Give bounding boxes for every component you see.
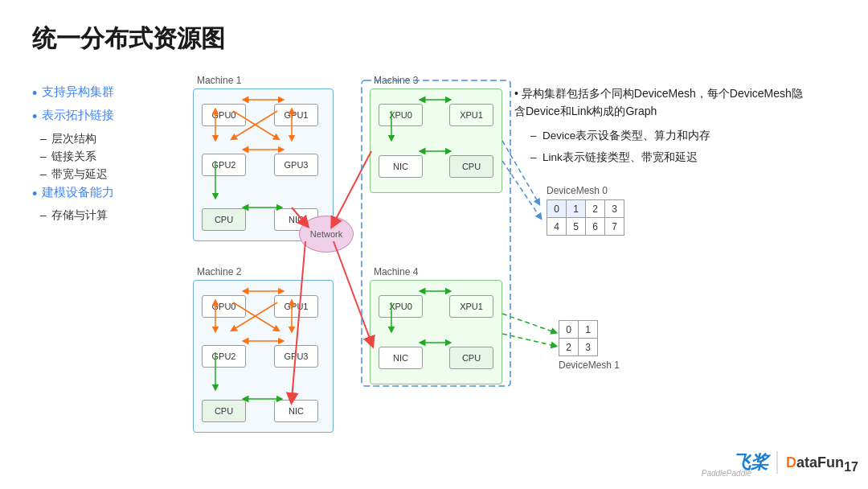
- cpu-m1: CPU: [202, 208, 246, 231]
- mesh-1-cell-11: 3: [579, 339, 598, 356]
- logo-separator: [776, 451, 778, 474]
- gpu0-m2: GPU0: [202, 295, 246, 318]
- device-mesh-1: 0 1 2 3 DeviceMesh 1: [559, 320, 620, 374]
- device-mesh-0-label: DeviceMesh 0: [547, 185, 624, 196]
- network-node: Network: [299, 216, 354, 253]
- machine1-label: Machine 1: [197, 75, 241, 86]
- device-mesh-1-label: DeviceMesh 1: [559, 360, 620, 371]
- bullet-text-3: 建模设备能力: [42, 185, 114, 200]
- connection-arrows: [0, 0, 868, 489]
- bullet-list: • 支持异构集群 • 表示拓扑链接 – 层次结构 – 链接关系 – 带宽与延迟 …: [32, 84, 177, 226]
- nic-m3: NIC: [379, 155, 423, 178]
- svg-line-28: [502, 314, 555, 332]
- svg-line-29: [502, 334, 555, 346]
- sub-text-3: 带宽与延迟: [51, 167, 108, 182]
- cpu-m2: CPU: [202, 400, 246, 422]
- mesh-1-cell-01: 1: [579, 321, 598, 339]
- right-sub-1: – Device表示设备类型、算力和内存: [530, 127, 710, 146]
- mesh-1-cell-10: 2: [559, 339, 579, 356]
- mesh-table-1: 0 1 2 3: [559, 320, 598, 356]
- machine4-box: Machine 4 XPU0 XPU1 NIC CPU: [370, 280, 502, 384]
- cpu-m4: CPU: [449, 347, 493, 369]
- right-text-area: • 异构集群包括多个同构DeviceMesh，每个DeviceMesh隐含Dev…: [514, 84, 804, 171]
- xpu0-m4: XPU0: [379, 295, 423, 318]
- machine2-label: Machine 2: [197, 266, 241, 277]
- svg-line-25: [334, 241, 371, 343]
- bullet-dot-1: •: [32, 84, 37, 103]
- datafun-logo: DataFun: [786, 454, 844, 471]
- network-label: Network: [310, 229, 342, 239]
- page-number: 17: [844, 460, 858, 475]
- mesh-table-0: 0 1 2 3 4 5 6 7: [547, 199, 624, 236]
- device-mesh-0: DeviceMesh 0 0 1 2 3 4 5 6 7: [547, 185, 624, 236]
- right-main-text: • 异构集群包括多个同构DeviceMesh，每个DeviceMesh隐含Dev…: [514, 84, 804, 121]
- xpu1-m4: XPU1: [449, 295, 493, 318]
- mesh-0-cell-00: 0: [547, 200, 567, 218]
- xpu0-m3: XPU0: [379, 104, 423, 126]
- gpu1-m2: GPU1: [274, 295, 318, 318]
- mesh-0-cell-02: 2: [586, 200, 605, 218]
- gpu0-m1: GPU0: [202, 104, 246, 126]
- svg-line-24: [334, 151, 371, 224]
- bullet-text-2: 表示拓扑链接: [42, 108, 114, 123]
- sub-text-4: 存储与计算: [51, 208, 108, 223]
- xpu1-m3: XPU1: [449, 104, 493, 126]
- gpu3-m1: GPU3: [274, 154, 318, 176]
- nic-m4: NIC: [379, 347, 423, 369]
- sub-text-2: 链接关系: [51, 150, 96, 164]
- right-sub-2: – Link表示链接类型、带宽和延迟: [530, 149, 698, 167]
- mesh-1-cell-00: 0: [559, 321, 579, 339]
- machine2-box: Machine 2 GPU0 GPU1 GPU2 GPU3 CPU NIC: [193, 280, 334, 433]
- mesh-0-cell-11: 5: [567, 218, 586, 236]
- bullet-text-1: 支持异构集群: [42, 84, 114, 100]
- mesh-0-cell-12: 6: [586, 218, 605, 236]
- mesh-0-cell-03: 3: [605, 200, 624, 218]
- gpu1-m1: GPU1: [274, 104, 318, 126]
- machine4-label: Machine 4: [374, 266, 418, 277]
- page-title: 统一分布式资源图: [32, 23, 225, 55]
- mesh-0-cell-10: 4: [547, 218, 567, 236]
- cpu-m3: CPU: [449, 155, 493, 178]
- bullet-dot-2: •: [32, 108, 37, 126]
- machine3-label: Machine 3: [374, 75, 418, 86]
- sub-text-1: 层次结构: [51, 132, 96, 146]
- mesh-0-cell-13: 7: [605, 218, 624, 236]
- bullet-dot-3: •: [32, 185, 37, 203]
- machine3-box: Machine 3 XPU0 XPU1 NIC CPU: [370, 88, 502, 193]
- gpu2-m2: GPU2: [202, 345, 246, 368]
- nic-m2: NIC: [274, 400, 318, 422]
- gpu2-m1: GPU2: [202, 154, 246, 176]
- gpu3-m2: GPU3: [274, 345, 318, 368]
- mesh-0-cell-01: 1: [567, 200, 586, 218]
- paddle-brand: PaddlePaddle: [702, 469, 751, 478]
